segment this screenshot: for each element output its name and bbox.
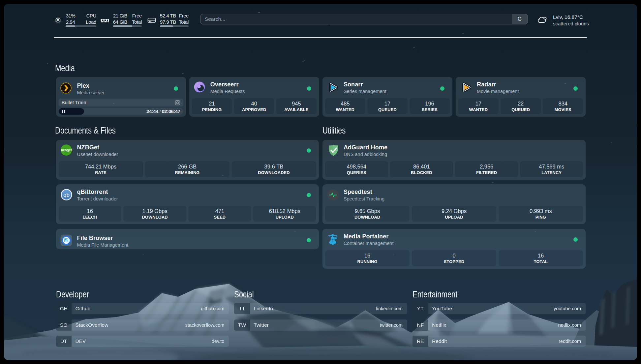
svg-text:qb: qb <box>63 192 70 198</box>
svg-text:nzbget: nzbget <box>61 148 72 152</box>
